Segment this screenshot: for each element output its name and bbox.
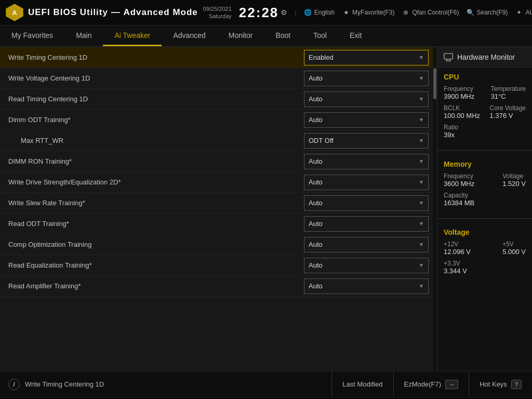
nav-item-my-favorites[interactable]: My Favorites [0, 25, 64, 46]
dropdown-read-timing-centering-1d[interactable]: Auto▼ [304, 91, 429, 107]
setting-row-read-timing-centering-1d[interactable]: Read Timing Centering 1DAuto▼ [0, 89, 437, 110]
dropdown-write-slew-rate[interactable]: Auto▼ [304, 195, 429, 211]
setting-label-write-voltage-centering-1d: Write Voltage Centering 1D [8, 74, 304, 82]
bios-title: UEFI BIOS Utility — Advanced Mode [28, 7, 198, 18]
fan-icon: ⊕ [402, 8, 410, 17]
volt-33v-row: +3.3V 3.344 V [444, 260, 526, 276]
dropdown-arrow-read-amplifier-training: ▼ [419, 283, 424, 289]
dropdown-read-equalization-training[interactable]: Auto▼ [304, 258, 429, 273]
setting-value-max-rtt-wr: ODT Off▼ [304, 133, 429, 149]
setting-row-read-equalization-training[interactable]: Read Equalization Training*Auto▼ [0, 255, 437, 276]
dropdown-value-dimm-odt-training: Auto [309, 116, 323, 124]
gear-icon[interactable]: ⚙ [281, 8, 287, 17]
dropdown-arrow-comp-optimization-training: ▼ [419, 242, 424, 247]
setting-row-write-timing-centering-1d[interactable]: Write Timing Centering 1DEnabled▼ [0, 47, 437, 68]
dropdown-arrow-dimm-odt-training: ▼ [419, 117, 424, 123]
globe-icon: 🌐 [304, 8, 312, 17]
setting-label-read-timing-centering-1d: Read Timing Centering 1D [8, 95, 304, 103]
dropdown-value-read-timing-centering-1d: Auto [309, 95, 323, 103]
setting-row-dimm-ron-training[interactable]: DIMM RON Training*Auto▼ [0, 151, 437, 172]
dropdown-arrow-read-equalization-training: ▼ [419, 262, 424, 268]
scroll-thumb[interactable] [433, 68, 436, 99]
cpu-corevolt-col: Core Voltage 1.376 V [490, 104, 526, 121]
nav-item-monitor[interactable]: Monitor [217, 25, 264, 46]
setting-value-read-timing-centering-1d: Auto▼ [304, 91, 429, 107]
hot-keys-button[interactable]: Hot Keys ? [469, 371, 532, 397]
setting-label-read-odt-training: Read ODT Training* [8, 220, 304, 228]
mem-volt-col: Voltage 1.520 V [502, 172, 526, 189]
setting-label-write-timing-centering-1d: Write Timing Centering 1D [8, 54, 304, 61]
cpu-memory-divider [437, 150, 532, 151]
info-icon: i [8, 379, 20, 390]
nav-item-exit[interactable]: Exit [338, 25, 373, 46]
setting-value-read-equalization-training: Auto▼ [304, 258, 429, 273]
hardware-monitor-header: Hardware Monitor [437, 47, 532, 68]
dropdown-write-timing-centering-1d[interactable]: Enabled▼ [304, 50, 429, 65]
info-section: i Write Timing Centering 1D [0, 379, 331, 390]
dropdown-max-rtt-wr[interactable]: ODT Off▼ [304, 133, 429, 149]
bottom-actions: Last Modified EzMode(F7) → Hot Keys ? [331, 371, 532, 397]
ez-mode-key: → [445, 380, 458, 389]
setting-row-max-rtt-wr[interactable]: Max RTT_WRODT Off▼ [0, 130, 437, 151]
setting-row-read-odt-training[interactable]: Read ODT Training*Auto▼ [0, 214, 437, 234]
setting-value-write-slew-rate: Auto▼ [304, 195, 429, 211]
setting-row-dimm-odt-training[interactable]: Dimm ODT Training*Auto▼ [0, 110, 437, 130]
dropdown-write-drive-strength[interactable]: Auto▼ [304, 175, 429, 190]
dropdown-arrow-read-timing-centering-1d: ▼ [419, 96, 424, 102]
dropdown-write-voltage-centering-1d[interactable]: Auto▼ [304, 71, 429, 86]
clock: 22:28 ⚙ [239, 5, 288, 21]
setting-row-write-drive-strength[interactable]: Write Drive Strength/Equalization 2D*Aut… [0, 172, 437, 193]
dropdown-read-amplifier-training[interactable]: Auto▼ [304, 278, 429, 294]
setting-row-read-amplifier-training[interactable]: Read Amplifier Training*Auto▼ [0, 276, 437, 297]
volt-5v-col: +5V 5.000 V [502, 241, 526, 257]
mem-cap-col: Capacity 16384 MB [444, 192, 474, 208]
shortcut-english[interactable]: 🌐 English [304, 8, 335, 17]
dropdown-value-write-timing-centering-1d: Enabled [309, 54, 334, 61]
voltage-section: Voltage +12V 12.096 V +5V 5.000 V +3.3V … [437, 223, 532, 282]
shortcut-search[interactable]: 🔍 Search(F9) [466, 8, 508, 17]
nav-item-ai-tweaker[interactable]: Ai Tweaker [103, 25, 162, 46]
version-bar: Version 2.21.1278 Copyright (C) 2021 AMI [0, 397, 532, 399]
setting-label-write-slew-rate: Write Slew Rate Training* [8, 199, 304, 207]
nav-item-advanced[interactable]: Advanced [162, 25, 217, 46]
cpu-freq-label: Frequency 3900 MHz [444, 85, 474, 101]
dropdown-dimm-odt-training[interactable]: Auto▼ [304, 112, 429, 128]
nav-item-boot[interactable]: Boot [264, 25, 302, 46]
setting-row-comp-optimization-training[interactable]: Comp Optimization TrainingAuto▼ [0, 234, 437, 255]
memory-voltage-divider [437, 218, 532, 219]
bottom-bar: i Write Timing Centering 1D Last Modifie… [0, 371, 532, 397]
setting-label-dimm-odt-training: Dimm ODT Training* [8, 116, 304, 124]
cpu-bclk-row: BCLK 100.00 MHz Core Voltage 1.376 V [444, 104, 526, 121]
dropdown-arrow-read-odt-training: ▼ [419, 221, 424, 227]
logo: A UEFI BIOS Utility — Advanced Mode [5, 3, 198, 22]
asus-logo-icon: A [5, 3, 24, 22]
memory-section-title: Memory [444, 160, 526, 168]
top-shortcuts: 🌐 English ★ MyFavorite(F3) ⊕ Qfan Contro… [304, 8, 532, 17]
dropdown-arrow-write-slew-rate: ▼ [419, 200, 424, 206]
shortcut-aura[interactable]: ✦ AURA(F4) [515, 8, 532, 17]
mem-freq-row: Frequency 3600 MHz Voltage 1.520 V [444, 172, 526, 189]
dropdown-read-odt-training[interactable]: Auto▼ [304, 216, 429, 232]
svg-rect-2 [444, 54, 453, 59]
svg-text:A: A [12, 9, 17, 17]
setting-value-write-voltage-centering-1d: Auto▼ [304, 71, 429, 86]
volt-12v-col: +12V 12.096 V [444, 241, 471, 257]
ez-mode-button[interactable]: EzMode(F7) → [393, 371, 469, 397]
dropdown-value-write-slew-rate: Auto [309, 199, 323, 207]
setting-value-read-amplifier-training: Auto▼ [304, 278, 429, 294]
nav-item-tool[interactable]: Tool [302, 25, 338, 46]
setting-value-dimm-ron-training: Auto▼ [304, 154, 429, 169]
shortcut-qfan[interactable]: ⊕ Qfan Control(F6) [402, 8, 459, 17]
cpu-ratio-row: Ratio 39x [444, 124, 526, 140]
shortcut-myfavorite[interactable]: ★ MyFavorite(F3) [342, 8, 394, 17]
nav-item-main[interactable]: Main [64, 25, 103, 46]
search-icon: 🔍 [466, 8, 474, 17]
dropdown-comp-optimization-training[interactable]: Auto▼ [304, 237, 429, 252]
dropdown-dimm-ron-training[interactable]: Auto▼ [304, 154, 429, 169]
dropdown-arrow-write-timing-centering-1d: ▼ [419, 55, 424, 60]
scrollbar[interactable] [433, 47, 437, 371]
setting-row-write-slew-rate[interactable]: Write Slew Rate Training*Auto▼ [0, 193, 437, 214]
setting-row-write-voltage-centering-1d[interactable]: Write Voltage Centering 1DAuto▼ [0, 68, 437, 89]
cpu-bclk-col: BCLK 100.00 MHz [444, 104, 480, 121]
last-modified-button[interactable]: Last Modified [331, 371, 393, 397]
